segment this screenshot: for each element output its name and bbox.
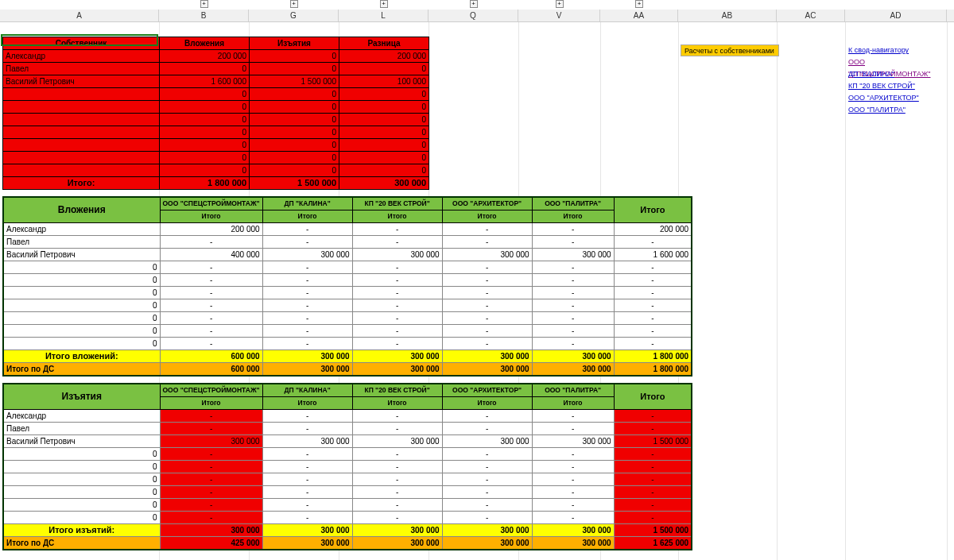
detail-val[interactable]: - bbox=[442, 410, 532, 423]
detail-row-total[interactable]: - bbox=[614, 486, 692, 499]
detail-val[interactable]: - bbox=[262, 274, 352, 287]
detail-val[interactable]: - bbox=[352, 274, 442, 287]
summary-owner[interactable]: Александр bbox=[3, 50, 160, 63]
detail-owner[interactable]: 0 bbox=[3, 325, 160, 338]
summary-inv[interactable]: 0 bbox=[160, 164, 250, 177]
detail-val[interactable]: - bbox=[160, 410, 262, 423]
detail-val[interactable]: - bbox=[352, 423, 442, 435]
detail-val[interactable]: - bbox=[532, 338, 614, 350]
summary-diff[interactable]: 0 bbox=[339, 63, 429, 75]
summary-inv[interactable]: 0 bbox=[160, 88, 250, 101]
detail-val[interactable]: - bbox=[160, 312, 262, 325]
summary-owner[interactable] bbox=[3, 114, 160, 126]
detail-val[interactable]: - bbox=[262, 486, 352, 499]
detail-val[interactable]: - bbox=[160, 299, 262, 312]
detail-row-total[interactable]: - bbox=[614, 274, 692, 287]
detail-val[interactable]: - bbox=[352, 261, 442, 274]
expand-btn-col-G[interactable]: + bbox=[290, 0, 298, 8]
summary-wd[interactable]: 0 bbox=[250, 126, 339, 139]
detail-val[interactable]: - bbox=[532, 299, 614, 312]
summary-inv[interactable]: 0 bbox=[160, 139, 250, 152]
summary-inv[interactable]: 0 bbox=[160, 114, 250, 126]
link-svod-navigator[interactable]: К свод-навигатору bbox=[848, 44, 947, 56]
detail-val[interactable]: - bbox=[160, 261, 262, 274]
detail-val[interactable]: - bbox=[160, 274, 262, 287]
detail-val[interactable]: - bbox=[160, 473, 262, 486]
detail-val[interactable]: - bbox=[442, 499, 532, 512]
detail-val[interactable]: - bbox=[352, 499, 442, 512]
detail-owner[interactable]: Павел bbox=[3, 236, 160, 249]
detail-owner[interactable]: 0 bbox=[3, 448, 160, 461]
detail-val[interactable]: - bbox=[262, 312, 352, 325]
detail-val[interactable]: - bbox=[262, 461, 352, 473]
summary-wd[interactable]: 0 bbox=[250, 63, 339, 75]
col-header-B[interactable]: B bbox=[159, 10, 249, 21]
detail-val[interactable]: - bbox=[160, 287, 262, 299]
detail-val[interactable]: - bbox=[262, 287, 352, 299]
detail-val[interactable]: - bbox=[442, 461, 532, 473]
detail-val[interactable]: - bbox=[442, 236, 532, 249]
detail-row-total[interactable]: - bbox=[614, 338, 692, 350]
summary-wd[interactable]: 0 bbox=[250, 101, 339, 114]
summary-owner[interactable] bbox=[3, 139, 160, 152]
detail-val[interactable]: - bbox=[352, 325, 442, 338]
detail-row-total[interactable]: - bbox=[614, 299, 692, 312]
detail-row-total[interactable]: - bbox=[614, 461, 692, 473]
link-20vek-stroy[interactable]: КП "20 ВЕК СТРОЙ" bbox=[848, 80, 947, 92]
detail-val[interactable]: - bbox=[532, 223, 614, 236]
summary-diff[interactable]: 0 bbox=[339, 88, 429, 101]
summary-wd[interactable]: 0 bbox=[250, 139, 339, 152]
detail-owner[interactable]: 0 bbox=[3, 338, 160, 350]
detail-val[interactable]: - bbox=[532, 486, 614, 499]
detail-owner[interactable]: 0 bbox=[3, 461, 160, 473]
detail-row-total[interactable]: 1 600 000 bbox=[614, 249, 692, 261]
detail-val[interactable]: - bbox=[442, 512, 532, 524]
detail-val[interactable]: - bbox=[532, 461, 614, 473]
expand-btn-col-B[interactable]: + bbox=[200, 0, 208, 8]
summary-diff[interactable]: 200 000 bbox=[339, 50, 429, 63]
col-header-AD[interactable]: AD bbox=[845, 10, 947, 21]
detail-owner[interactable]: 0 bbox=[3, 312, 160, 325]
detail-val[interactable]: - bbox=[532, 473, 614, 486]
detail-val[interactable]: - bbox=[532, 312, 614, 325]
summary-owner[interactable] bbox=[3, 164, 160, 177]
summary-owner[interactable]: Василий Петрович bbox=[3, 75, 160, 88]
detail-val[interactable]: - bbox=[532, 261, 614, 274]
detail-val[interactable]: 300 000 bbox=[532, 435, 614, 448]
detail-val[interactable]: - bbox=[442, 223, 532, 236]
summary-wd[interactable]: 0 bbox=[250, 88, 339, 101]
summary-wd[interactable]: 0 bbox=[250, 152, 339, 164]
detail-row-total[interactable]: - bbox=[614, 261, 692, 274]
detail-val[interactable]: - bbox=[442, 325, 532, 338]
col-header-Q[interactable]: Q bbox=[429, 10, 518, 21]
detail-val[interactable]: - bbox=[442, 312, 532, 325]
detail-val[interactable]: - bbox=[160, 325, 262, 338]
detail-val[interactable]: - bbox=[532, 423, 614, 435]
detail-owner[interactable]: 0 bbox=[3, 299, 160, 312]
detail-val[interactable]: - bbox=[262, 325, 352, 338]
detail-val[interactable]: - bbox=[352, 223, 442, 236]
detail-owner[interactable]: 0 bbox=[3, 486, 160, 499]
summary-diff[interactable]: 0 bbox=[339, 152, 429, 164]
detail-row-total[interactable]: - bbox=[614, 473, 692, 486]
detail-val[interactable]: 300 000 bbox=[352, 249, 442, 261]
detail-val[interactable]: - bbox=[532, 448, 614, 461]
detail-row-total[interactable]: - bbox=[614, 423, 692, 435]
detail-owner[interactable]: 0 bbox=[3, 512, 160, 524]
detail-val[interactable]: 300 000 bbox=[532, 249, 614, 261]
summary-owner[interactable] bbox=[3, 126, 160, 139]
detail-val[interactable]: - bbox=[532, 274, 614, 287]
detail-val[interactable]: - bbox=[160, 486, 262, 499]
expand-btn-col-V[interactable]: + bbox=[556, 0, 564, 8]
detail-val[interactable]: - bbox=[352, 410, 442, 423]
col-header-AB[interactable]: AB bbox=[678, 10, 777, 21]
detail-val[interactable]: 300 000 bbox=[262, 249, 352, 261]
summary-diff[interactable]: 100 000 bbox=[339, 75, 429, 88]
summary-diff[interactable]: 0 bbox=[339, 126, 429, 139]
detail-owner[interactable]: 0 bbox=[3, 473, 160, 486]
summary-owner[interactable] bbox=[3, 88, 160, 101]
summary-wd[interactable]: 0 bbox=[250, 164, 339, 177]
detail-val[interactable]: 300 000 bbox=[442, 249, 532, 261]
detail-val[interactable]: - bbox=[262, 423, 352, 435]
link-arkhitektor[interactable]: ООО "АРХИТЕКТОР" bbox=[848, 92, 947, 104]
